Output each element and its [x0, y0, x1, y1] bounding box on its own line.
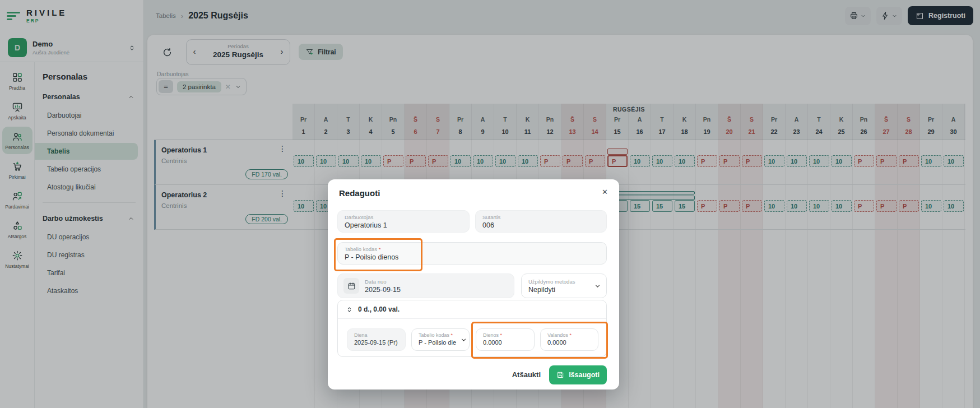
section-summary-row[interactable]: 0 d., 0.00 val.: [338, 300, 606, 319]
sutartis-field: Sutartis 006: [475, 210, 607, 233]
valandos-label: Valandos *: [547, 332, 591, 338]
edit-modal: Redaguoti ✕ Darbuotojas Operatorius 1 Su…: [328, 179, 619, 390]
data-nuo-field[interactable]: Data nuo 2025-09-15: [337, 273, 514, 298]
calendar-icon[interactable]: [343, 278, 359, 294]
close-icon[interactable]: ✕: [602, 188, 608, 196]
uzpildymo-metodas-value: Nepildyti: [528, 286, 600, 294]
row-tabelio-kodas-value: P - Poilsio die: [419, 339, 460, 346]
dienos-label: Dienos *: [483, 332, 527, 338]
chevron-down-icon: [594, 282, 601, 290]
dienos-input[interactable]: Dienos * 0.0000: [476, 328, 535, 351]
diena-value: 2025-09-15 (Pr): [354, 339, 398, 346]
modal-title: Redaguoti: [339, 188, 380, 198]
cancel-button[interactable]: Atšaukti: [512, 370, 541, 379]
required-asterisk: *: [379, 246, 381, 252]
uzpildymo-metodas-label: Užpildymo metodas: [528, 279, 600, 285]
sutartis-label: Sutartis: [482, 214, 600, 220]
tabelio-kodas-field[interactable]: Tabelio kodas * P - Poilsio dienos: [337, 242, 607, 265]
diena-label: Diena: [354, 332, 398, 338]
required-asterisk: *: [569, 332, 572, 338]
data-nuo-value: 2025-09-15: [365, 286, 401, 294]
required-asterisk: *: [451, 332, 453, 338]
row-tabelio-kodas-label: Tabelio kodas *: [419, 332, 460, 338]
tabelio-kodas-value: P - Poilsio dienos: [345, 253, 600, 261]
row-tabelio-kodas-select[interactable]: Tabelio kodas * P - Poilsio die: [411, 328, 470, 351]
tabelio-kodas-label: Tabelio kodas *: [345, 246, 600, 252]
chevron-down-icon: [460, 336, 467, 344]
data-nuo-label: Data nuo: [365, 279, 401, 285]
uzpildymo-metodas-select[interactable]: Užpildymo metodas Nepildyti: [521, 273, 607, 298]
darbuotojas-label: Darbuotojas: [345, 214, 462, 220]
day-rows-section: 0 d., 0.00 val. Diena 2025-09-15 (Pr) Ta…: [337, 300, 607, 357]
section-summary-text: 0 d., 0.00 val.: [358, 305, 400, 313]
darbuotojas-value: Operatorius 1: [345, 221, 462, 229]
dienos-value: 0.0000: [483, 339, 527, 346]
required-asterisk: *: [500, 332, 503, 338]
save-icon: [556, 371, 564, 379]
sutartis-value: 006: [482, 221, 600, 229]
valandos-value: 0.0000: [547, 339, 591, 346]
save-button[interactable]: Išsaugoti: [549, 365, 607, 384]
diena-field: Diena 2025-09-15 (Pr): [347, 328, 406, 351]
valandos-input[interactable]: Valandos * 0.0000: [540, 328, 598, 351]
darbuotojas-field: Darbuotojas Operatorius 1: [337, 210, 470, 233]
save-button-label: Išsaugoti: [569, 371, 600, 379]
expand-up-down-icon: [346, 306, 353, 313]
